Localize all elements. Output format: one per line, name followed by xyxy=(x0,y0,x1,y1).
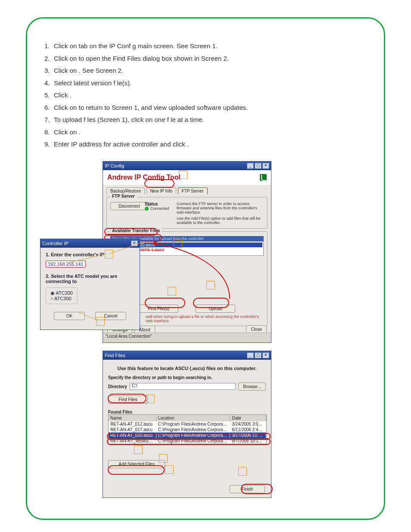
window-controls: _ ▢ ✕ xyxy=(247,163,269,169)
callout-marker xyxy=(174,240,182,248)
step-text: Click on . xyxy=(54,126,367,139)
ok-button[interactable]: OK xyxy=(54,312,85,320)
find-files-headline: Use this feature to locate ASCU (.ascu) … xyxy=(108,366,266,371)
table-row[interactable]: RET-AN-AT_017.ascuC:\Program Files\Andre… xyxy=(109,427,266,432)
step-number: 7. xyxy=(44,114,54,126)
step-text: To upload f les (Screen 1), click on one… xyxy=(54,114,367,126)
table-row[interactable]: RET-AN-RT_455AS-1.a…C:\Program Files\And… xyxy=(109,438,266,444)
close-icon[interactable]: ✕ xyxy=(131,240,138,246)
step2-label: 2. Select the ATC model you are connecti… xyxy=(46,274,134,284)
callout-marker xyxy=(238,467,247,476)
minimize-icon[interactable]: _ xyxy=(247,352,254,358)
window-titlebar: IP Config _ ▢ ✕ xyxy=(103,162,271,170)
directory-label: Directory xyxy=(108,384,127,389)
ftp-legend: FTP Server xyxy=(110,194,137,199)
step-number: 6. xyxy=(44,102,54,114)
step-text: Click on . See Screen 2. xyxy=(54,65,367,77)
status-value: Connected xyxy=(145,206,173,211)
step-number: 3. xyxy=(44,65,54,77)
callout-marker xyxy=(134,445,143,454)
col-location: Location xyxy=(156,415,230,421)
step-text: Click . xyxy=(54,89,367,102)
window-title: Find Files xyxy=(105,353,125,358)
col-name: Name xyxy=(109,415,156,421)
step-text: Enter IP address for active controller a… xyxy=(54,138,367,151)
instruction-steps: 1.Click on tab on the IP Conf g main scr… xyxy=(44,40,367,151)
brand-logo-icon xyxy=(260,174,267,181)
callout-marker xyxy=(165,465,174,474)
step-number: 8. xyxy=(44,126,54,139)
step-text: Click on to open the Find Files dialog b… xyxy=(54,53,367,65)
find-files-window: Find Files _ ▢ ✕ Use this feature to loc… xyxy=(103,351,271,498)
tab-backup-restore[interactable]: Backup/Restore xyxy=(106,187,145,194)
avail-legend: Available Transfer Files xyxy=(110,228,162,233)
close-icon[interactable]: ✕ xyxy=(262,163,269,169)
add-selected-files-button[interactable]: Add Selected Files xyxy=(108,460,165,468)
minimize-icon[interactable]: _ xyxy=(247,163,254,169)
status-label: Status xyxy=(145,202,173,206)
table-row[interactable]: RET-AN-AT_012.ascuC:\Program Files\Andre… xyxy=(109,421,266,427)
callout-marker xyxy=(168,287,176,296)
app-heading: Andrew IP Config Tool xyxy=(107,174,181,181)
status-bar: "Local Area Connection" xyxy=(103,333,271,342)
controller-ip-dialog: Controller IP ✕ 1. Enter the controller'… xyxy=(40,239,140,330)
step-number: 2. xyxy=(44,53,54,65)
upload-button[interactable]: Upload xyxy=(196,305,235,313)
status-dot-icon xyxy=(145,207,149,211)
screenshots-area: IP Config _ ▢ ✕ Andrew IP Config Tool Ba… xyxy=(44,161,367,501)
step-text: Select latest version f le(s). xyxy=(54,77,367,90)
wall-note: wall when trying to upload a file or whe… xyxy=(146,314,264,323)
radio-atc200[interactable]: ◉ ATC200 xyxy=(50,290,73,296)
callout-marker xyxy=(96,317,105,326)
ip-input[interactable]: 192.168.255.141 xyxy=(46,261,86,268)
disconnect-button[interactable]: Disconnect xyxy=(110,202,148,210)
step-number: 9. xyxy=(44,138,54,151)
radio-atc300[interactable]: ○ ATC300 xyxy=(50,296,73,301)
callout-marker xyxy=(206,281,215,289)
maximize-icon[interactable]: ▢ xyxy=(255,163,262,169)
maximize-icon[interactable]: ▢ xyxy=(255,352,262,358)
callout-marker xyxy=(105,250,113,258)
step-number: 5. xyxy=(44,89,54,102)
window-title: IP Config xyxy=(105,163,124,168)
step-text: Click on to return to Screen 1, and view… xyxy=(54,102,367,114)
col-date: Date xyxy=(230,415,266,421)
step-number: 1. xyxy=(44,40,54,53)
step1-label: 1. Enter the controller's IP xyxy=(46,252,134,257)
ftp-server-group: FTP Server Disconnect Status Connected C… xyxy=(106,197,268,229)
find-files-button[interactable]: Find File(s) xyxy=(139,305,178,313)
callout-marker xyxy=(146,395,155,403)
close-icon[interactable]: ✕ xyxy=(262,352,269,358)
step-text: Click on tab on the IP Conf g main scree… xyxy=(54,40,367,53)
found-files-table[interactable]: Name Location Date RET-AN-AT_012.ascuC:\… xyxy=(108,414,267,444)
finish-button[interactable]: Finish xyxy=(230,485,265,493)
callout-marker xyxy=(179,171,187,179)
browse-button[interactable]: Browse... xyxy=(238,383,266,391)
directory-input[interactable]: C:\ xyxy=(130,383,236,390)
callout-marker xyxy=(159,454,168,463)
found-files-legend: Found Files xyxy=(108,410,266,414)
radio-group: ◉ ATC200 ○ ATC300 xyxy=(46,287,78,304)
find-files-button[interactable]: Find Files xyxy=(108,395,148,404)
ftp-help-text-1: Connect the FTP server in order to acces… xyxy=(177,202,264,215)
tab-ftp-server[interactable]: FTP Server xyxy=(178,187,208,194)
tab-new-ip-info[interactable]: New IP Info xyxy=(146,187,177,194)
table-row[interactable]: RET-AN-AT_020.ascuC:\Program Files\Andre… xyxy=(109,432,266,438)
step-number: 4. xyxy=(44,77,54,90)
tab-strip: Backup/Restore New IP Info FTP Server xyxy=(103,185,271,194)
ftp-help-text-2: Use the Add File(s) option to add files … xyxy=(177,216,264,225)
specify-label: Specify the directory or path to begin s… xyxy=(108,375,266,380)
dialog-title: Controller IP xyxy=(42,241,68,246)
